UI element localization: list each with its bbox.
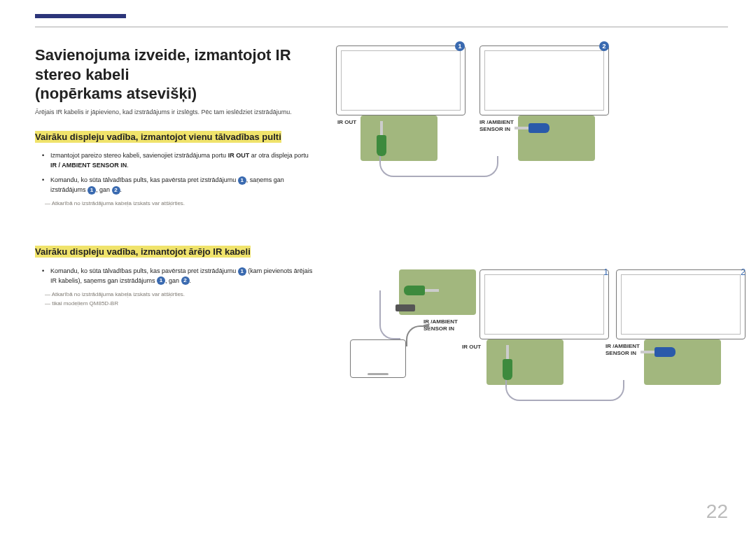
section2-note1: Atkarībā no izstrādājuma kabeļa izskats … — [45, 291, 315, 297]
port-box-ir-in — [518, 115, 595, 161]
num-2: 2 — [741, 267, 746, 277]
page-title: Savienojuma izveide, izmantojot IR stere… — [35, 45, 315, 104]
label-ir-out: IR OUT — [462, 344, 481, 351]
badge-2-icon: 2 — [181, 276, 190, 285]
cable-icon — [379, 290, 400, 339]
list-item: Komandu, ko sūta tālvadības pults, kas p… — [50, 267, 315, 286]
left-column: Savienojuma izveide, izmantojot IR stere… — [35, 45, 315, 472]
badge-2-icon: 2 — [599, 41, 609, 51]
label-ir-ambient: IR /AMBIENT SENSOR IN — [479, 119, 518, 132]
section2-note2: tikai modeļiem QM85D-BR — [45, 300, 315, 307]
title-line2: (nopērkams atsevišķi) — [35, 85, 197, 102]
section1-list: Izmantojot pareizo stereo kabeli, savien… — [50, 151, 315, 195]
intro-note: Ārējais IR kabelis ir jāpievieno, kad iz… — [35, 108, 315, 116]
diagram-1: 1 2 IR OUT IR /AMBIENT SENSOR IN — [336, 45, 728, 185]
port-box-ir-out — [486, 339, 564, 385]
arrow-curve-icon — [406, 325, 427, 346]
page-number: 22 — [706, 500, 728, 523]
jack-blue-icon — [640, 347, 676, 357]
content: Savienojuma izveide, izmantojot IR stere… — [35, 45, 728, 472]
jack-green-icon — [404, 286, 439, 295]
badge-1-icon: 1 — [238, 176, 246, 185]
section1-note: Atkarībā no izstrādājuma kabeļa izskats … — [45, 200, 315, 206]
jack-blue-icon — [514, 123, 550, 133]
port-box-ir-out — [360, 115, 438, 161]
external-ir-box — [350, 339, 406, 378]
badge-2-icon: 2 — [112, 186, 120, 195]
badge-1-icon: 1 — [88, 186, 96, 195]
cable-icon — [379, 156, 498, 177]
list-item: Komandu, ko sūta tālvadības pults, kas p… — [50, 176, 315, 195]
display-1 — [479, 269, 609, 339]
badge-1-icon: 1 — [157, 276, 165, 285]
right-column: 1 2 IR OUT IR /AMBIENT SENSOR IN — [336, 45, 728, 472]
label-ir-ambient: IR /AMBIENT SENSOR IN — [606, 343, 644, 356]
display-2 — [479, 45, 609, 115]
diagram-2: IR /AMBIENT SENSOR IN 1 2 IR OUT IR /AMB… — [336, 269, 728, 472]
title-line1: Savienojuma izveide, izmantojot IR stere… — [35, 46, 291, 83]
header-divider — [35, 27, 728, 27]
badge-1-icon: 1 — [238, 267, 246, 276]
header-accent-bar — [35, 14, 126, 18]
section1-title: Vairāku displeju vadība, izmantojot vien… — [35, 131, 281, 143]
display-2 — [616, 269, 746, 339]
section-2: Vairāku displeju vadība, izmantojot ārēj… — [35, 245, 315, 307]
badge-1-icon: 1 — [455, 41, 465, 51]
display-1 — [336, 45, 465, 115]
section-1: Vairāku displeju vadība, izmantojot vien… — [35, 130, 315, 207]
label-ir-out: IR OUT — [337, 119, 356, 126]
cable-icon — [505, 380, 624, 401]
jack-green-icon — [503, 345, 512, 380]
num-1: 1 — [603, 267, 608, 277]
port-box-ir-in — [644, 339, 721, 385]
jack-green-icon — [377, 121, 386, 156]
list-item: Izmantojot pareizo stereo kabeli, savien… — [50, 151, 315, 170]
section2-list: Komandu, ko sūta tālvadības pults, kas p… — [50, 267, 315, 286]
section2-title: Vairāku displeju vadība, izmantojot ārēj… — [35, 246, 251, 258]
